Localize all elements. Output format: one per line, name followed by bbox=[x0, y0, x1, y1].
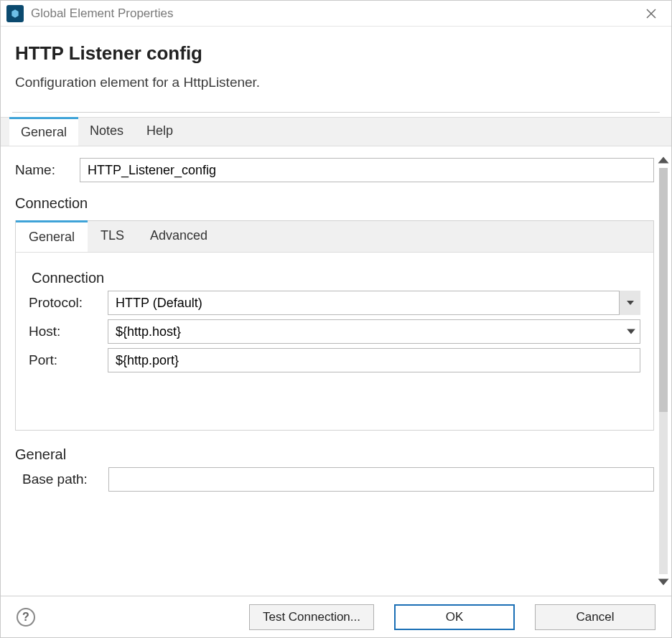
inner-tab-advanced[interactable]: Advanced bbox=[137, 221, 220, 252]
tab-notes[interactable]: Notes bbox=[78, 118, 135, 146]
dialog-subtitle: Configuration element for a HttpListener… bbox=[15, 75, 657, 90]
close-icon bbox=[646, 9, 656, 19]
host-input[interactable] bbox=[108, 319, 640, 344]
scroll-track[interactable] bbox=[659, 168, 668, 574]
help-button[interactable]: ? bbox=[17, 608, 35, 627]
connection-panel: General TLS Advanced Connection Protocol… bbox=[15, 220, 654, 431]
scroll-up-button[interactable] bbox=[657, 154, 670, 166]
scroll-thumb[interactable] bbox=[659, 168, 668, 412]
host-combo[interactable] bbox=[108, 319, 640, 344]
tab-help[interactable]: Help bbox=[135, 118, 185, 146]
chevron-down-icon bbox=[626, 299, 635, 307]
inner-body: Connection Protocol: Host: bbox=[16, 253, 653, 380]
port-row: Port: bbox=[29, 348, 640, 372]
inner-tab-general[interactable]: General bbox=[16, 220, 88, 252]
app-icon bbox=[6, 5, 24, 22]
name-label: Name: bbox=[15, 162, 80, 178]
vertical-scrollbar[interactable] bbox=[657, 154, 670, 588]
chevron-down-icon bbox=[657, 576, 670, 588]
inner-tabs: General TLS Advanced bbox=[16, 221, 653, 253]
inner-connection-title: Connection bbox=[32, 270, 640, 286]
close-button[interactable] bbox=[637, 4, 666, 24]
protocol-select[interactable] bbox=[108, 291, 640, 315]
cancel-button[interactable]: Cancel bbox=[535, 604, 655, 630]
basepath-input[interactable] bbox=[108, 467, 654, 492]
connection-section-label: Connection bbox=[15, 195, 654, 212]
host-row: Host: bbox=[29, 319, 640, 344]
titlebar: Global Element Properties bbox=[1, 1, 671, 27]
protocol-row: Protocol: bbox=[29, 291, 640, 315]
basepath-label: Base path: bbox=[22, 472, 108, 487]
chevron-up-icon bbox=[657, 154, 670, 166]
protocol-label: Protocol: bbox=[29, 295, 108, 311]
basepath-row: Base path: bbox=[22, 467, 654, 492]
dialog-header: HTTP Listener config Configuration eleme… bbox=[1, 27, 671, 103]
ok-button[interactable]: OK bbox=[394, 604, 515, 630]
outer-tabs: General Notes Help bbox=[1, 117, 671, 146]
divider bbox=[12, 112, 660, 113]
general-section-label: General bbox=[15, 446, 654, 463]
test-connection-button[interactable]: Test Connection... bbox=[249, 604, 374, 630]
scroll-down-button[interactable] bbox=[657, 576, 670, 588]
tab-general[interactable]: General bbox=[9, 117, 78, 146]
dialog-window: Global Element Properties HTTP Listener … bbox=[0, 0, 672, 638]
dialog-footer: ? Test Connection... OK Cancel bbox=[1, 596, 671, 637]
name-row: Name: bbox=[15, 158, 654, 182]
dialog-body: Name: Connection General TLS Advanced Co… bbox=[1, 146, 671, 596]
name-input[interactable] bbox=[80, 158, 654, 182]
port-input[interactable] bbox=[108, 348, 640, 372]
protocol-value[interactable] bbox=[108, 291, 640, 315]
host-label: Host: bbox=[29, 324, 108, 339]
window-title: Global Element Properties bbox=[31, 6, 173, 21]
dialog-title: HTTP Listener config bbox=[15, 42, 657, 65]
inner-tab-tls[interactable]: TLS bbox=[88, 221, 137, 252]
protocol-dropdown-button[interactable] bbox=[619, 291, 640, 315]
port-label: Port: bbox=[29, 352, 108, 368]
chevron-down-icon bbox=[626, 327, 636, 337]
host-dropdown-button[interactable] bbox=[626, 327, 636, 337]
